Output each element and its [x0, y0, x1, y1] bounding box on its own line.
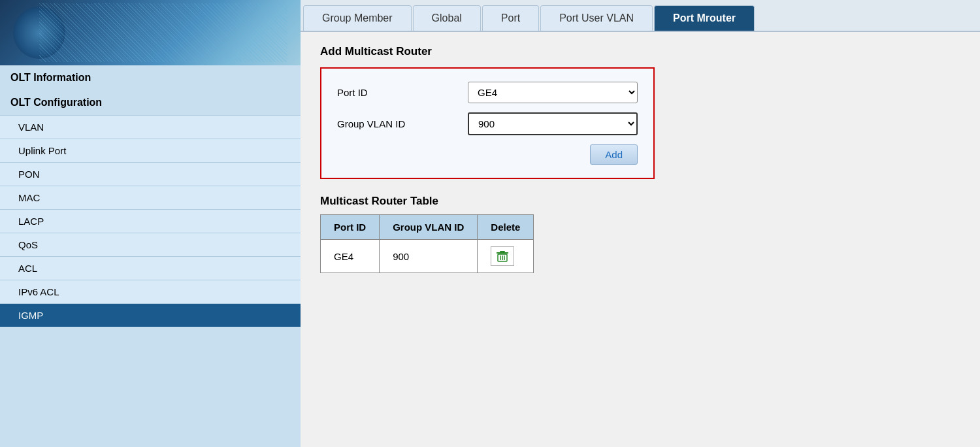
main-layout: OLT Information OLT Configuration VLAN U…: [0, 0, 980, 447]
add-button[interactable]: Add: [590, 144, 638, 165]
group-vlan-id-label: Group VLAN ID: [337, 118, 468, 129]
sidebar-item-mac[interactable]: MAC: [0, 186, 301, 209]
tab-port-mrouter[interactable]: Port Mrouter: [654, 5, 755, 31]
sidebar-section-olt-config[interactable]: OLT Configuration: [0, 90, 301, 115]
tab-port-user-vlan[interactable]: Port User VLAN: [540, 5, 653, 31]
delete-button[interactable]: [491, 246, 514, 266]
form-box: Port ID GE1 GE2 GE3 GE4 GE5 GE6 GE7 GE8 …: [320, 67, 655, 179]
sidebar-item-qos[interactable]: QoS: [0, 233, 301, 256]
tab-bar: Group Member Global Port Port User VLAN …: [301, 0, 980, 32]
col-port-id: Port ID: [321, 215, 380, 240]
col-delete: Delete: [478, 215, 534, 240]
table-header-row: Port ID Group VLAN ID Delete: [321, 215, 534, 240]
sidebar-item-pon[interactable]: PON: [0, 162, 301, 186]
sidebar-item-vlan[interactable]: VLAN: [0, 115, 301, 139]
port-id-select[interactable]: GE1 GE2 GE3 GE4 GE5 GE6 GE7 GE8: [468, 82, 638, 103]
sidebar-item-acl[interactable]: ACL: [0, 256, 301, 280]
sidebar-item-lacp[interactable]: LACP: [0, 209, 301, 233]
tab-port[interactable]: Port: [482, 5, 539, 31]
main-content: Add Multicast Router Port ID GE1 GE2 GE3…: [301, 32, 980, 447]
multicast-router-table: Port ID Group VLAN ID Delete GE4 900: [320, 214, 534, 273]
sidebar-item-igmp[interactable]: IGMP: [0, 303, 301, 327]
table-cell-port-id: GE4: [321, 240, 380, 273]
sidebar-item-ipv6-acl[interactable]: IPv6 ACL: [0, 280, 301, 303]
multicast-router-table-title: Multicast Router Table: [320, 195, 960, 208]
trash-icon: [495, 248, 510, 264]
tab-group-member[interactable]: Group Member: [303, 5, 412, 31]
sidebar-section-olt-info[interactable]: OLT Information: [0, 65, 301, 90]
table-cell-delete: [478, 240, 534, 273]
svg-rect-1: [500, 251, 505, 252]
group-vlan-id-select[interactable]: 900 100 200 300 400 500: [468, 112, 638, 135]
port-id-label: Port ID: [337, 87, 468, 98]
group-vlan-id-row: Group VLAN ID 900 100 200 300 400 500: [337, 112, 638, 135]
table-cell-group-vlan-id: 900: [380, 240, 478, 273]
sidebar: OLT Information OLT Configuration VLAN U…: [0, 0, 301, 447]
table-row: GE4 900: [321, 240, 534, 273]
add-button-row: Add: [337, 144, 638, 165]
tab-global[interactable]: Global: [413, 5, 481, 31]
col-group-vlan-id: Group VLAN ID: [380, 215, 478, 240]
sidebar-nav: OLT Information OLT Configuration VLAN U…: [0, 65, 301, 447]
svg-rect-0: [497, 252, 508, 254]
add-multicast-router-title: Add Multicast Router: [320, 45, 960, 58]
sidebar-banner: [0, 0, 301, 65]
sidebar-item-uplink-port[interactable]: Uplink Port: [0, 139, 301, 162]
content-area: Group Member Global Port Port User VLAN …: [301, 0, 980, 447]
port-id-row: Port ID GE1 GE2 GE3 GE4 GE5 GE6 GE7 GE8: [337, 82, 638, 103]
